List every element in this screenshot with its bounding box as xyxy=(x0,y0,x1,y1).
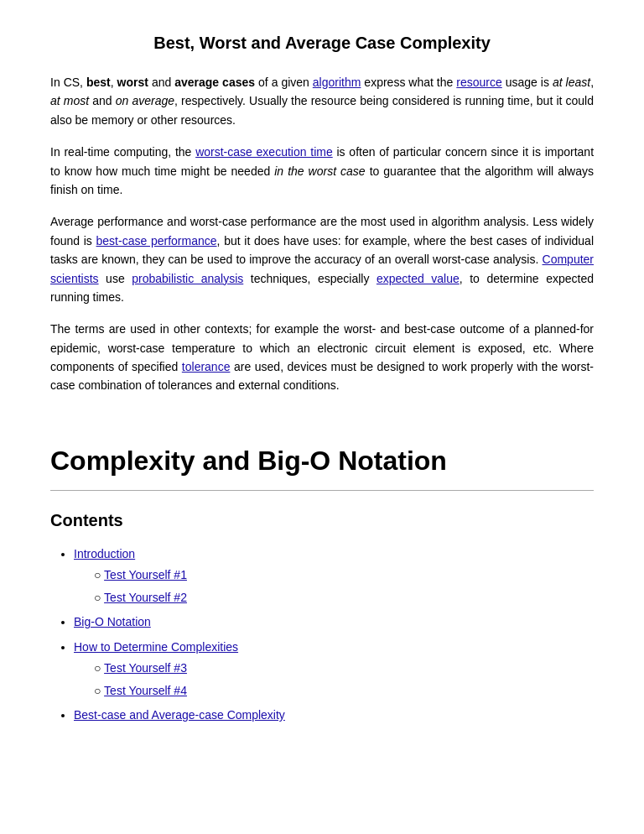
list-item-test3: Test Yourself #3 xyxy=(94,658,594,679)
list-item-big-o: Big-O Notation xyxy=(74,612,594,633)
page-container: Best, Worst and Average Case Complexity … xyxy=(0,0,644,763)
list-item-test4: Test Yourself #4 xyxy=(94,680,594,701)
link-algorithm[interactable]: algorithm xyxy=(313,76,361,89)
link-test2[interactable]: Test Yourself #2 xyxy=(104,591,187,604)
link-test4[interactable]: Test Yourself #4 xyxy=(104,684,187,697)
link-test1[interactable]: Test Yourself #1 xyxy=(104,568,187,581)
em-on-average: on average xyxy=(116,94,174,107)
introduction-subitems: Test Yourself #1 Test Yourself #2 xyxy=(74,565,594,608)
paragraph-2: In real-time computing, the worst-case e… xyxy=(50,143,594,199)
chapter-divider xyxy=(50,490,594,491)
bold-best: best xyxy=(86,76,111,89)
bold-worst: worst xyxy=(117,76,148,89)
paragraph-3: Average performance and worst-case perfo… xyxy=(50,212,594,306)
link-introduction[interactable]: Introduction xyxy=(74,547,135,560)
article-title: Best, Worst and Average Case Complexity xyxy=(50,34,594,53)
link-big-o[interactable]: Big-O Notation xyxy=(74,615,151,628)
link-probabilistic-analysis[interactable]: probabilistic analysis xyxy=(132,272,243,285)
link-determine[interactable]: How to Determine Complexities xyxy=(74,640,238,654)
link-worst-case-execution[interactable]: worst-case execution time xyxy=(195,145,333,159)
link-tolerance[interactable]: tolerance xyxy=(182,360,231,373)
list-item-best-avg: Best-case and Average-case Complexity xyxy=(74,705,594,726)
article-section: Best, Worst and Average Case Complexity … xyxy=(50,34,594,395)
determine-subitems: Test Yourself #3 Test Yourself #4 xyxy=(74,658,594,701)
chapter-title: Complexity and Big-O Notation xyxy=(50,446,594,477)
em-in-worst-case: in the worst case xyxy=(274,164,365,178)
link-best-case-performance[interactable]: best-case performance xyxy=(96,234,217,248)
list-item-test2: Test Yourself #2 xyxy=(94,587,594,608)
link-expected-value[interactable]: expected value xyxy=(377,272,460,285)
link-resource[interactable]: resource xyxy=(456,76,501,89)
link-test3[interactable]: Test Yourself #3 xyxy=(104,661,187,675)
contents-list: Introduction Test Yourself #1 Test Yours… xyxy=(50,544,594,727)
list-item-introduction: Introduction Test Yourself #1 Test Yours… xyxy=(74,544,594,609)
list-item-determine: How to Determine Complexities Test Yours… xyxy=(74,637,594,702)
list-item-test1: Test Yourself #1 xyxy=(94,565,594,586)
chapter-section: Complexity and Big-O Notation Contents I… xyxy=(50,446,594,727)
bold-average-cases: average cases xyxy=(174,76,255,89)
em-at-most: at most xyxy=(50,94,89,107)
link-best-avg[interactable]: Best-case and Average-case Complexity xyxy=(74,708,285,722)
paragraph-1: In CS, best, worst and average cases of … xyxy=(50,73,594,129)
paragraph-4: The terms are used in other contexts; fo… xyxy=(50,320,594,395)
em-at-least: at least xyxy=(553,76,590,89)
article-body: In CS, best, worst and average cases of … xyxy=(50,73,594,395)
contents-heading: Contents xyxy=(50,511,594,530)
